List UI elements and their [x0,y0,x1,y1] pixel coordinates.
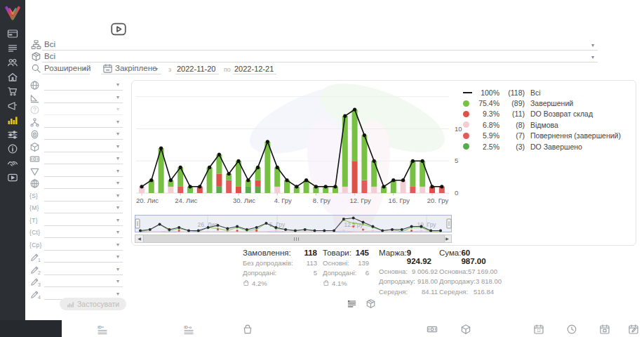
filter-select-status-ct[interactable] [44,227,123,238]
orders-chart[interactable]: 20. Лис24. Лис30. Лис4. Гру8. Гру12. Гру… [135,84,464,205]
chevron-down-icon[interactable]: ▾ [116,229,119,235]
legend-label: Відмова [530,121,558,129]
chevron-down-icon[interactable]: ▾ [116,131,119,137]
legend-item[interactable]: 2.5%(3)DO Завершено [463,141,636,152]
app-logo-icon[interactable] [3,2,22,22]
date-to-input[interactable]: 2022-12-21 [234,65,274,73]
chevron-down-icon[interactable]: ▾ [155,66,158,72]
clock-icon[interactable] [566,324,577,335]
help-icon [29,105,40,115]
navigator-handle-right[interactable] [447,219,451,228]
chevron-down-icon[interactable]: ▾ [116,242,119,248]
filter-select-custom-field-2[interactable] [44,265,123,275]
sidebar-item-partners[interactable] [7,158,18,169]
sidebar-item-settings[interactable] [7,129,18,140]
filter-select-structure[interactable] [44,117,123,128]
calendar-box-icon[interactable] [599,324,610,335]
legend-count: (118) [499,88,525,97]
demo-play-button[interactable] [105,21,132,37]
filter-select-status-cp[interactable] [44,240,123,251]
package-icon[interactable] [460,324,471,335]
filter-select-help[interactable] [44,105,123,115]
chevron-down-icon[interactable]: ▾ [116,217,119,223]
chevron-down-icon[interactable]: ▾ [116,192,119,199]
to-label: по [224,66,231,73]
chart-scrollbar[interactable]: ◀ ▶ [135,234,452,243]
sidebar-item-company[interactable] [7,72,18,83]
filter-select-margin-level[interactable] [44,93,123,103]
legend-item[interactable]: 75.4%(89)Завершений [463,98,636,108]
money-icon[interactable] [427,324,438,335]
chart-navigator[interactable]: 26. Лис5. Гру12. Гру19. Гру [135,215,452,233]
period-mode-select[interactable]: Закріплене [115,64,156,72]
filter-select-source[interactable] [44,178,123,189]
chevron-down-icon[interactable]: ▾ [591,42,594,48]
sidebar-item-orders[interactable] [7,43,18,54]
chevron-down-icon[interactable]: ▾ [116,204,119,211]
chevron-down-icon[interactable]: ▾ [116,278,119,284]
filter-select-status-t[interactable] [44,216,123,226]
scroll-left-arrow[interactable]: ◀ [135,235,143,242]
sidebar-item-dashboard[interactable] [7,28,18,39]
stat-value: 9 924.92 [407,249,438,265]
filter-select-manager[interactable] [44,129,123,140]
chevron-down-icon[interactable]: ▾ [116,180,119,186]
chevron-down-icon[interactable]: ▾ [116,94,119,100]
stat-sub-value: 6 [365,269,369,277]
chevron-down-icon[interactable]: ▾ [116,168,119,174]
sidebar-item-info[interactable] [7,143,18,154]
legend-dot-marker [463,133,469,139]
legend-item[interactable]: 9.3%(11)DO Возврат склад [463,109,636,119]
bag-icon[interactable] [242,324,253,335]
filter-select-product[interactable] [44,142,123,152]
filter-select-status-s[interactable] [44,191,123,201]
chevron-down-icon[interactable]: ▾ [116,119,119,125]
product-select[interactable]: Всі [44,52,55,60]
chevron-down-icon[interactable]: ▾ [116,155,119,161]
legend-count: (3) [499,143,525,151]
filter-select-status-m[interactable] [44,203,123,213]
sidebar-item-purchases[interactable] [7,86,18,97]
chevron-down-icon[interactable]: ▾ [591,54,594,60]
svg-text:30. Лис: 30. Лис [233,197,255,204]
apply-button[interactable]: Застосувати [60,298,126,310]
funnel-icon [29,166,40,177]
chevron-down-icon[interactable]: ▾ [116,106,119,112]
status-brace-icon: {Ct} [29,227,40,238]
chevron-down-icon[interactable]: ▾ [116,81,119,88]
chevron-down-icon[interactable]: ▾ [116,253,119,260]
scroll-right-arrow[interactable]: ▶ [443,235,451,242]
chevron-down-icon[interactable]: ▾ [116,266,119,272]
legend-percent: 9.3% [474,110,499,118]
stat-value: 145 [356,249,369,257]
sidebar-item-customers[interactable] [7,57,18,68]
calendar-date-icon[interactable]: 12 [533,324,544,335]
basket-percent: 4.1% [332,279,347,287]
filter-select-payment[interactable] [44,154,123,164]
chevron-down-icon[interactable]: ▾ [83,66,86,72]
chevron-down-icon[interactable]: ▾ [116,143,119,150]
branch-select[interactable]: Всі [44,40,55,48]
id-equals-icon[interactable]: ID= [97,324,108,335]
sidebar-item-media[interactable] [7,172,18,183]
navigator-handle-left[interactable] [135,219,140,228]
calendar-edit-icon[interactable] [628,324,639,335]
stat-sub-label: Основні: [323,259,349,267]
filter-select-custom-field-1[interactable] [44,252,123,263]
sidebar-item-analytics[interactable] [7,114,18,126]
product-view-toggle[interactable] [365,298,376,309]
list-view-toggle[interactable] [347,298,357,309]
id-order-icon[interactable]: ID-o [183,324,194,335]
scrollbar-thumb[interactable] [143,235,445,242]
sidebar-item-marketing[interactable] [7,100,18,112]
legend-item[interactable]: 6.8%(8)Відмова [463,119,636,130]
legend-item[interactable]: 5.9%(7)Повернення (завершений) [463,131,636,141]
filter-select-funnel[interactable] [44,166,123,177]
chevron-down-icon[interactable]: ▾ [116,291,119,297]
legend-item[interactable]: 100%(118)Всі [463,87,636,98]
filter-select-custom-field-3[interactable] [44,277,123,287]
date-from-input[interactable]: 2022-11-20 [177,65,215,73]
filter-select-region[interactable] [44,80,123,91]
branch-select-underline [42,50,598,51]
pencil-icon: 4 [29,289,40,300]
